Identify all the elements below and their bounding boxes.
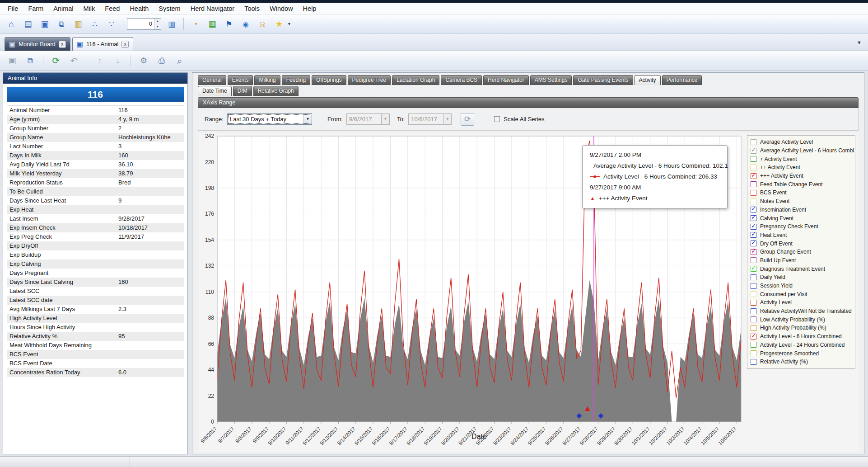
spinner-arrows[interactable]: ▲▼ (154, 19, 161, 29)
legend-checkbox[interactable]: ✓ (751, 266, 756, 272)
scale-all-series-checkbox[interactable] (494, 116, 500, 122)
window-tab-116-animal[interactable]: ▣ 116 - Animal x (72, 37, 133, 51)
home-navigate-button[interactable]: ⌂ (4, 16, 19, 32)
tab-pedigree-tree[interactable]: Pedigree Tree (348, 75, 391, 85)
legend-checkbox[interactable]: ✓ (751, 249, 756, 255)
spinner-down-icon[interactable]: ▼ (154, 24, 161, 29)
save-button[interactable]: ▣ (5, 53, 20, 68)
legend-checkbox[interactable] (751, 165, 756, 170)
window-tab-monitor-board[interactable]: ▣ Monitor Board x (5, 37, 70, 51)
navigate-up-button[interactable]: ↑ (92, 53, 107, 68)
undo-button[interactable]: ↶ (66, 53, 82, 68)
tab-lactation-graph[interactable]: Lactation Graph (392, 75, 439, 85)
report-export-button[interactable]: ▥ (70, 16, 86, 32)
tab-general[interactable]: General (198, 75, 226, 85)
refresh-range-button[interactable]: ⟳ (461, 113, 474, 126)
legend-checkbox[interactable] (751, 342, 756, 348)
legend-checkbox[interactable] (751, 308, 756, 314)
menu-animal[interactable]: Animal (48, 4, 78, 14)
legend-checkbox[interactable]: ✓ (751, 215, 756, 221)
legend-checkbox[interactable]: ✓ (751, 224, 756, 230)
scatter-graph-button[interactable]: ∴ (87, 16, 103, 32)
legend-checkbox[interactable] (751, 257, 756, 263)
legend-checkbox[interactable] (751, 190, 756, 196)
legend-checkbox[interactable] (751, 350, 756, 356)
subtab-dim[interactable]: DIM (233, 86, 252, 96)
animal-card-button[interactable]: ▥ (164, 16, 179, 32)
from-date-select[interactable]: 9/6/2017 ▼ (346, 113, 390, 125)
animal-number-spinner[interactable]: 0 ▲▼ (127, 18, 161, 30)
tab-list-dropdown-icon[interactable]: ▼ (857, 40, 862, 45)
alarm-bell-button[interactable]: ⍾ (255, 16, 270, 32)
tab-events[interactable]: Events (228, 75, 253, 85)
legend-checkbox[interactable] (751, 359, 756, 365)
herd-grid-button[interactable]: ▦ (205, 16, 220, 32)
animal-info-label: Meat Withhold Days Remaining (7, 341, 117, 350)
refresh-button[interactable]: ⟳ (48, 53, 64, 68)
menu-feed[interactable]: Feed (100, 4, 125, 14)
close-icon[interactable]: x (59, 41, 66, 48)
legend-checkbox[interactable] (751, 181, 756, 187)
legend-checkbox[interactable] (751, 325, 756, 331)
chevron-down-icon[interactable]: ▼ (287, 22, 291, 26)
monitor-pair-button[interactable]: ⧉ (54, 16, 69, 32)
subtab-date-time[interactable]: Date Time (198, 86, 232, 96)
tab-camera-bcs[interactable]: Camera BCS (441, 75, 482, 85)
spinner-up-icon[interactable]: ▲ (154, 19, 161, 24)
tab-feeding[interactable]: Feeding (282, 75, 310, 85)
menu-file[interactable]: File (3, 4, 23, 14)
milk-check-button[interactable]: ◔ (188, 16, 203, 32)
legend-checkbox[interactable] (751, 300, 756, 306)
legend-checkbox[interactable] (751, 139, 756, 145)
scatter-graph-time-button[interactable]: ∵ (104, 16, 119, 32)
to-date-select[interactable]: 10/6/2017 ▼ (408, 113, 452, 125)
x-tick-label: 9/29/2017 (596, 426, 616, 446)
tab-offsprings[interactable]: OffSprings (312, 75, 346, 85)
tab-ams-settings[interactable]: AMS Settings (530, 75, 572, 85)
favorites-star-button[interactable]: ★ (271, 16, 287, 32)
preview-button[interactable]: ⌕ (172, 53, 187, 68)
legend-checkbox[interactable]: ✓ (751, 232, 756, 238)
menu-window[interactable]: Window (265, 4, 298, 14)
legend-checkbox[interactable] (751, 316, 756, 322)
legend-label: Dry Off Event (760, 241, 793, 247)
legend-checkbox[interactable] (751, 156, 756, 162)
menu-system[interactable]: System (154, 4, 185, 14)
legend-checkbox[interactable]: ✓ (751, 148, 756, 154)
tab-herd-navigator[interactable]: Herd Navigator (483, 75, 529, 85)
print-button[interactable]: ⎙ (154, 53, 169, 68)
menu-milk[interactable]: Milk (79, 4, 100, 14)
animal-info-row: Last Insem 9/28/2017 (7, 214, 184, 223)
menu-farm[interactable]: Farm (23, 4, 48, 14)
tab-gate-passing-events[interactable]: Gate Passing Events (573, 75, 633, 85)
animal-info-row: Avg Daily Yield Last 7d 36.10 (7, 160, 184, 169)
animal-list-button[interactable]: ▤ (20, 16, 36, 32)
x-tick-label: 9/12/2017 (302, 426, 322, 446)
legend-checkbox[interactable]: ✓ (751, 241, 756, 246)
save-all-button[interactable]: ⧉ (23, 53, 38, 68)
monitor-board-button[interactable]: ▣ (37, 16, 52, 32)
tab-activity[interactable]: Activity (635, 75, 661, 85)
menu-health[interactable]: Health (125, 4, 154, 14)
range-select[interactable]: Last 30 Days + Today ▼ (227, 113, 312, 125)
legend-checkbox[interactable] (751, 274, 756, 280)
legend-checkbox[interactable] (751, 198, 756, 204)
subtab-relative-graph[interactable]: Relative Graph (253, 86, 299, 96)
legend-checkbox[interactable]: ✓ (751, 207, 756, 212)
menu-herd-navigator[interactable]: Herd Navigator (186, 4, 240, 14)
legend-checkbox[interactable]: ✓ (751, 173, 756, 179)
legend-checkbox[interactable] (751, 291, 756, 297)
report-settings-button[interactable]: ⚙ (136, 53, 151, 68)
close-icon[interactable]: x (121, 41, 129, 48)
navigate-down-button[interactable]: ↓ (110, 53, 126, 68)
tab-milking[interactable]: Milking (254, 75, 280, 85)
x-tick-label: 9/30/2017 (613, 426, 634, 446)
tab-performance[interactable]: Performance (662, 75, 702, 85)
menu-help[interactable]: Help (298, 4, 322, 14)
legend-checkbox[interactable]: ✓ (751, 334, 756, 340)
milk-drop-button[interactable]: ◉ (238, 16, 253, 32)
legend-checkbox[interactable] (751, 283, 756, 289)
sample-flag-button[interactable]: ⚑ (221, 16, 237, 32)
menu-tools[interactable]: Tools (239, 4, 265, 14)
chevron-down-icon[interactable]: ▼ (303, 114, 312, 124)
